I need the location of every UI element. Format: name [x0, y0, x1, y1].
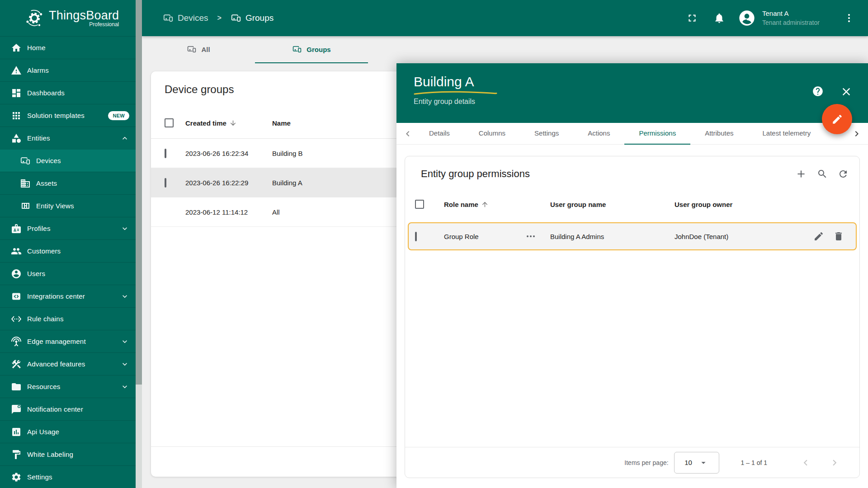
entity-group-permissions-card: Entity group permissions Role name User … [405, 156, 860, 478]
search-icon[interactable] [817, 169, 828, 179]
help-icon[interactable] [812, 85, 824, 97]
sidebar-item-devices[interactable]: Devices [0, 149, 136, 172]
items-per-page-select[interactable]: 10 [674, 452, 719, 474]
sidebar-item-customers[interactable]: Customers [0, 239, 136, 262]
next-page-icon[interactable] [829, 457, 840, 469]
sidebar-item-rule-chains[interactable]: Rule chains [0, 307, 136, 330]
sidebar-item-advanced-features[interactable]: Advanced features [0, 352, 136, 375]
sidebar-item-edge-management[interactable]: Edge management [0, 330, 136, 352]
ethernet-icon [11, 314, 22, 324]
panel-tab-details[interactable]: Details [415, 123, 464, 145]
sidebar-item-white-labeling[interactable]: White Labeling [0, 443, 136, 465]
chevron-down-icon [120, 224, 129, 233]
notifications-bell-icon[interactable] [713, 12, 725, 24]
edit-fab-button[interactable] [822, 104, 852, 134]
sidebar-item-dashboards[interactable]: Dashboards [0, 81, 136, 104]
row-checkbox[interactable] [165, 178, 166, 188]
sidebar-item-notification-center[interactable]: Notification center [0, 398, 136, 420]
column-user-group-owner[interactable]: User group owner [675, 201, 802, 208]
permission-row-group-role[interactable]: Group RoleBuilding A AdminsJohnDoe (Tena… [408, 222, 857, 250]
panel-tab-latest-telemetry[interactable]: Latest telemetry [748, 123, 826, 145]
topbar-actions: Tenant A Tenant administrator [686, 9, 854, 27]
tab-groups[interactable]: Groups [255, 36, 368, 63]
panel-tab-actions[interactable]: Actions [573, 123, 624, 145]
tab-all[interactable]: All [142, 36, 255, 63]
sidebar-item-settings[interactable]: Settings [0, 465, 136, 488]
row-checkbox[interactable] [165, 149, 166, 158]
pagination: Items per page: 10 1 – 1 of 1 [405, 447, 859, 478]
sidebar-item-resources[interactable]: Resources [0, 375, 136, 398]
sidebar-item-solution-templates[interactable]: Solution templatesNEW [0, 104, 136, 127]
permissions-actions [795, 168, 849, 180]
items-per-page-value: 10 [684, 459, 692, 466]
column-created-time[interactable]: Created time [185, 119, 272, 127]
previous-page-icon[interactable] [800, 457, 811, 469]
user-menu[interactable]: Tenant A Tenant administrator [738, 9, 831, 27]
column-user-group-name[interactable]: User group name [550, 201, 675, 208]
breadcrumb: Devices > Groups [163, 13, 274, 23]
select-all-checkbox[interactable] [415, 200, 424, 209]
panel-tabs-strip: DetailsColumnsSettingsActionsPermissions… [415, 123, 825, 145]
delete-trash-icon[interactable] [833, 231, 844, 242]
brand-edition: Professional [49, 21, 119, 28]
sidebar-item-entities[interactable]: Entities [0, 127, 136, 149]
select-all-checkbox[interactable] [165, 118, 174, 127]
close-icon[interactable] [840, 85, 853, 98]
tab-label: Attributes [705, 129, 733, 137]
panel-subtitle: Entity group details [414, 98, 868, 106]
tenant-name: Tenant A [762, 9, 831, 18]
permissions-rows: Group RoleBuilding A AdminsJohnDoe (Tena… [405, 217, 859, 250]
row-checkbox[interactable] [415, 232, 417, 241]
tabs-scroll-left-icon[interactable] [401, 123, 415, 145]
sidebar-item-alarms[interactable]: Alarms [0, 59, 136, 81]
sort-descending-icon [229, 119, 237, 127]
fullscreen-icon[interactable] [686, 12, 698, 24]
add-permission-icon[interactable] [795, 168, 807, 180]
tab-label: Permissions [639, 129, 676, 137]
more-horizontal-icon [527, 235, 535, 237]
caret-down-icon [698, 458, 708, 468]
chevron-down-icon [120, 360, 129, 369]
title-underline-decoration [414, 91, 497, 95]
entity-details-panel: Building A Entity group details DetailsC… [396, 63, 868, 488]
more-menu-icon[interactable] [844, 13, 854, 23]
breadcrumb-devices[interactable]: Devices [163, 13, 208, 23]
sidebar-item-api-usage[interactable]: Api Usage [0, 420, 136, 443]
panel-tab-columns[interactable]: Columns [464, 123, 520, 145]
devices-icon [163, 13, 174, 23]
home-icon [11, 42, 22, 53]
avatar [738, 9, 756, 27]
cell-user-group-name: Building A Admins [550, 233, 675, 240]
cell-created-time: 2023-06-26 16:22:34 [185, 150, 272, 157]
sidebar-item-label: Resources [27, 383, 61, 390]
panel-tab-permissions[interactable]: Permissions [624, 123, 690, 145]
tab-label: Groups [307, 46, 330, 53]
sidebar-item-label: Advanced features [27, 360, 85, 368]
column-label: Name [272, 119, 291, 127]
domain-icon [20, 178, 31, 189]
breadcrumb-groups[interactable]: Groups [231, 13, 274, 23]
sidebar-scrollbar-thumb[interactable] [136, 0, 142, 385]
panel-tab-settings[interactable]: Settings [520, 123, 573, 145]
column-role-name[interactable]: Role name [444, 201, 550, 208]
panel-tab-attributes[interactable]: Attributes [690, 123, 748, 145]
sidebar-item-users[interactable]: Users [0, 262, 136, 285]
items-per-page-label: Items per page: [624, 459, 668, 466]
apps-icon [11, 110, 22, 121]
thingsboard-logo-icon [24, 8, 44, 28]
column-label: User group owner [675, 201, 732, 208]
sidebar-item-assets[interactable]: Assets [0, 172, 136, 194]
sidebar-item-home[interactable]: Home [0, 36, 136, 59]
app-logo[interactable]: ThingsBoard Professional [0, 0, 142, 36]
edit-pencil-icon[interactable] [813, 231, 824, 242]
refresh-icon[interactable] [838, 169, 849, 179]
sidebar-scrollbar[interactable] [136, 0, 142, 488]
sidebar-item-label: Alarms [27, 66, 49, 74]
sidebar-item-profiles[interactable]: Profiles [0, 217, 136, 239]
sidebar-item-integrations-center[interactable]: Integrations center [0, 285, 136, 307]
panel-tabbar: DetailsColumnsSettingsActionsPermissions… [396, 123, 868, 145]
sidebar-item-label: Solution templates [27, 112, 85, 119]
tabs-scroll-right-icon[interactable] [850, 123, 863, 145]
cell-created-time: 2023-06-26 16:22:29 [185, 179, 272, 187]
sidebar-item-entity-views[interactable]: Entity Views [0, 194, 136, 217]
